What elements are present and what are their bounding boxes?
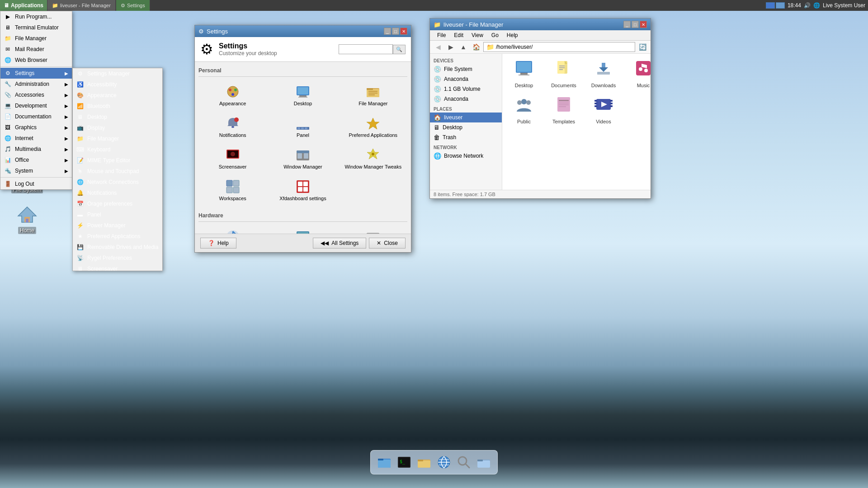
dock-item-folder[interactable]	[475, 453, 493, 471]
fm-menu-file[interactable]: File	[434, 31, 449, 39]
sub-desktop[interactable]: 🖥 Desktop	[73, 112, 162, 122]
fm-file-templates[interactable]: Templates	[546, 94, 582, 126]
sub-rygel[interactable]: 📡 Rygel Preferences	[73, 253, 162, 263]
desktop-btn-1[interactable]	[766, 2, 775, 9]
settings-screensaver[interactable]: Screensaver	[198, 144, 267, 174]
dock-item-browser[interactable]	[435, 453, 453, 471]
fm-menu-view[interactable]: View	[468, 31, 487, 39]
fm-sidebar-network[interactable]: 🌐 Browse Network	[430, 151, 502, 161]
desktop-btn-2[interactable]	[776, 2, 785, 9]
fm-back-btn[interactable]: ◀	[433, 42, 443, 52]
settings-panel[interactable]: Panel	[269, 112, 337, 142]
settings-minimize-btn[interactable]: _	[384, 28, 391, 35]
fm-home-btn[interactable]: 🏠	[471, 42, 481, 52]
settings-close-footer-btn[interactable]: ✕ Close	[369, 238, 406, 249]
fm-sidebar-volume[interactable]: 💿 1.1 GB Volume	[430, 84, 502, 94]
dock-item-search[interactable]	[455, 453, 473, 471]
settings-xfdashboard[interactable]: Xfdashboard settings	[269, 175, 337, 205]
desktop-icon-home[interactable]: Home	[9, 203, 45, 234]
settings-filemgr[interactable]: File Manager	[339, 80, 407, 110]
fm-file-public[interactable]: Public	[506, 94, 542, 126]
sub-notifications[interactable]: 🔔 Notifications	[73, 188, 162, 198]
fm-file-desktop[interactable]: Desktop	[506, 57, 542, 90]
svg-rect-27	[305, 127, 307, 129]
menu-settings[interactable]: ⚙ Settings ▶ ⚙ Settings Manager ♿ Access…	[0, 68, 72, 79]
fm-sidebar-liveuser[interactable]: 🏠 liveuser	[430, 113, 502, 122]
fm-sidebar-trash[interactable]: 🗑 Trash	[430, 132, 502, 142]
sub-display[interactable]: 📺 Display	[73, 122, 162, 133]
fm-file-videos[interactable]: Videos	[585, 94, 622, 126]
applications-menu-button[interactable]: 🖥 Applications	[0, 0, 47, 11]
sub-panel[interactable]: ▬ Panel	[73, 209, 162, 220]
fm-refresh-btn[interactable]: 🔄	[637, 42, 648, 52]
menu-filemanager[interactable]: 📁 File Manager	[0, 33, 72, 44]
fm-sidebar-filesystem[interactable]: 💿 File System	[430, 64, 502, 74]
menu-run[interactable]: ▶ Run Program...	[0, 11, 72, 22]
settings-appearance[interactable]: Appearance	[198, 80, 267, 110]
svg-rect-35	[304, 153, 308, 159]
fm-maximize-btn[interactable]: □	[632, 21, 639, 28]
sub-orage[interactable]: 📅 Orage preferences	[73, 198, 162, 209]
sub-power[interactable]: ⚡ Power Manager	[73, 220, 162, 231]
sub-settings-manager[interactable]: ⚙ Settings Manager	[73, 68, 162, 79]
settings-keyboard[interactable]: Keyboard	[339, 225, 407, 234]
settings-allsettings-btn[interactable]: ◀◀ All Settings	[313, 238, 366, 249]
sub-preferred[interactable]: ★ Preferred Applications	[73, 231, 162, 242]
fm-sidebar-desktop[interactable]: 🖥 Desktop	[430, 122, 502, 132]
menu-multimedia[interactable]: 🎵 Multimedia ▶	[0, 144, 72, 155]
menu-browser[interactable]: 🌐 Web Browser	[0, 55, 72, 66]
dock-item-filemanager[interactable]	[375, 453, 393, 471]
sub-screensaver[interactable]: 🖥 Screensaver	[73, 263, 162, 271]
menu-accessories[interactable]: 📎 Accessories ▶	[0, 89, 72, 100]
menu-system[interactable]: 🔩 System ▶	[0, 165, 72, 176]
fm-menu-go[interactable]: Go	[488, 31, 502, 39]
fm-file-documents[interactable]: Documents	[546, 57, 582, 90]
dock-item-files[interactable]	[415, 453, 433, 471]
settings-preferred[interactable]: Preferred Applications	[339, 112, 407, 142]
settings-search-btn[interactable]: 🔍	[393, 45, 406, 54]
taskbar-window-filemanager[interactable]: 📁 liveuser - File Manager	[47, 0, 116, 11]
menu-administration[interactable]: 🔧 Administration ▶	[0, 79, 72, 89]
sub-filemgr2-icon: 📁	[76, 135, 84, 142]
sub-mime[interactable]: 📝 MIME Type Editor	[73, 155, 162, 166]
menu-mail[interactable]: ✉ Mail Reader	[0, 44, 72, 55]
settings-wm-tweaks[interactable]: Window Manager Tweaks	[339, 144, 407, 174]
menu-office[interactable]: 📊 Office ▶	[0, 155, 72, 165]
fm-file-downloads[interactable]: Downloads	[585, 57, 622, 90]
settings-maximize-btn[interactable]: □	[392, 28, 399, 35]
settings-display[interactable]: Display	[269, 225, 337, 234]
sub-filemgr[interactable]: 📁 File Manager	[73, 133, 162, 144]
settings-search-input[interactable]	[339, 44, 393, 54]
settings-wm[interactable]: Window Manager	[269, 144, 337, 174]
taskbar-window-settings[interactable]: ⚙ Settings	[116, 0, 150, 11]
sub-bluetooth[interactable]: 📶 Bluetooth	[73, 101, 162, 112]
fm-sidebar-anaconda1[interactable]: 💿 Anaconda	[430, 74, 502, 84]
dock-item-terminal[interactable]: $_	[395, 453, 413, 471]
sub-appearance[interactable]: 🎨 Appearance	[73, 90, 162, 101]
settings-notifications[interactable]: Notifications	[198, 112, 267, 142]
fm-menu-edit[interactable]: Edit	[450, 31, 467, 39]
sub-keyboard[interactable]: ⌨ Keyboard	[73, 144, 162, 155]
fm-menu-help[interactable]: Help	[503, 31, 522, 39]
settings-desktop[interactable]: Desktop	[269, 80, 337, 110]
fm-minimize-btn[interactable]: _	[623, 21, 631, 28]
sub-removable[interactable]: 💾 Removable Drives and Media	[73, 242, 162, 253]
fm-sidebar-anaconda2[interactable]: 💿 Anaconda	[430, 94, 502, 104]
settings-close-btn[interactable]: ✕	[400, 28, 407, 35]
fm-close-btn[interactable]: ✕	[640, 21, 647, 28]
menu-logout[interactable]: 🚪 Log Out	[0, 178, 72, 189]
fm-forward-btn[interactable]: ▶	[445, 42, 456, 52]
menu-internet[interactable]: 🌐 Internet ▶	[0, 133, 72, 144]
fm-up-btn[interactable]: ▲	[458, 42, 469, 52]
menu-development[interactable]: 💻 Development ▶	[0, 100, 72, 111]
menu-terminal[interactable]: 🖥 Terminal Emulator	[0, 22, 72, 33]
sub-accessibility[interactable]: ♿ Accessibility	[73, 79, 162, 90]
settings-bluetooth[interactable]: Bluetooth	[198, 225, 267, 234]
fm-file-music[interactable]: Music	[625, 57, 651, 90]
settings-workspaces[interactable]: Workspaces	[198, 175, 267, 205]
settings-help-btn[interactable]: ❓ Help	[200, 238, 236, 249]
sub-network[interactable]: 🌐 Network Connections	[73, 177, 162, 188]
sub-mouse[interactable]: 🖱 Mouse and Touchpad	[73, 166, 162, 177]
menu-documentation[interactable]: 📄 Documentation ▶	[0, 111, 72, 122]
menu-graphics[interactable]: 🖼 Graphics ▶	[0, 122, 72, 133]
